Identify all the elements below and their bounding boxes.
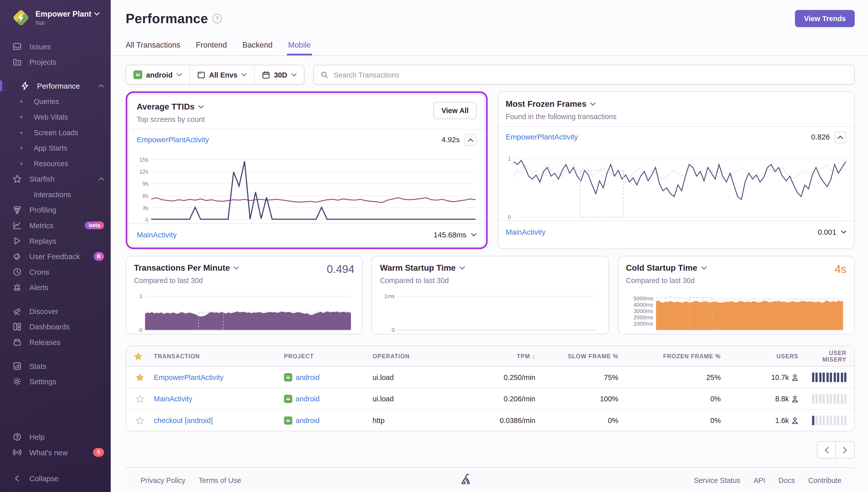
sidebar-item-discover[interactable]: Discover xyxy=(0,303,111,319)
col-project[interactable]: PROJECT xyxy=(279,353,368,359)
sidebar-item-starfish[interactable]: Starfish xyxy=(0,171,111,187)
col-tpm[interactable]: TPM ↓ xyxy=(468,353,540,359)
project-link[interactable]: android xyxy=(296,416,320,424)
transaction-link[interactable]: EmpowerPlantActivity xyxy=(506,133,578,141)
tab-mobile[interactable]: Mobile xyxy=(288,41,311,55)
page-help-icon[interactable]: ? xyxy=(212,14,222,23)
next-page-button[interactable] xyxy=(836,441,854,459)
docs-link[interactable]: Docs xyxy=(778,476,795,484)
sidebar-item-dashboards[interactable]: Dashboards xyxy=(0,319,111,335)
col-operation[interactable]: OPERATION xyxy=(368,353,468,359)
col-users[interactable]: USERS xyxy=(725,353,803,359)
search-transactions-input[interactable] xyxy=(333,70,847,79)
sidebar-item-releases[interactable]: Releases xyxy=(0,335,111,350)
users-cell: 10.7k xyxy=(725,373,803,381)
bullet-icon: • xyxy=(17,159,26,168)
page-body: android All Envs 30D xyxy=(111,56,868,492)
collapse-series-button[interactable] xyxy=(464,134,476,146)
view-all-button[interactable]: View All xyxy=(434,102,477,119)
sidebar-item-profiling[interactable]: Profiling xyxy=(0,202,111,218)
tpm-title-dropdown[interactable]: Transactions Per Minute xyxy=(134,263,239,272)
sidebar-item-stats[interactable]: Stats xyxy=(0,358,111,374)
most-frozen-frames-chart[interactable]: 10 xyxy=(501,148,849,219)
environment-filter[interactable]: All Envs xyxy=(189,65,254,84)
sidebar-item-projects[interactable]: Projects xyxy=(0,54,111,70)
profiling-icon xyxy=(12,205,21,215)
sidebar-collapse-button[interactable]: Collapse xyxy=(0,469,111,488)
transaction-link[interactable]: EmpowerPlantActivity xyxy=(154,373,223,381)
date-range-filter[interactable]: 30D xyxy=(254,65,304,84)
sidebar-item-screen-loads[interactable]: • Screen Loads xyxy=(0,125,111,140)
star-toggle[interactable] xyxy=(134,373,145,381)
sidebar-item-web-vitals[interactable]: • Web Vitals xyxy=(0,109,111,125)
replays-icon xyxy=(12,236,21,246)
sidebar-item-resources[interactable]: • Resources xyxy=(0,155,111,171)
tpm-chart[interactable]: 10 xyxy=(134,290,354,332)
operation-cell: ui.load xyxy=(368,373,468,381)
sidebar-item-crons[interactable]: Crons xyxy=(0,264,111,280)
sidebar-item-performance[interactable]: Performance xyxy=(0,78,111,94)
main-content: Performance ? View Trends All Transactio… xyxy=(111,0,868,492)
svg-text:9s: 9s xyxy=(143,180,148,187)
api-link[interactable]: API xyxy=(754,476,765,484)
sidebar-item-app-starts[interactable]: • App Starts xyxy=(0,140,111,155)
crons-icon xyxy=(12,267,21,276)
sidebar-item-settings[interactable]: Settings xyxy=(0,374,111,389)
project-link[interactable]: android xyxy=(296,373,320,381)
project-link[interactable]: android xyxy=(296,395,320,403)
sidebar-item-replays[interactable]: Replays xyxy=(0,233,111,249)
sidebar-item-metrics[interactable]: Metrics beta xyxy=(0,218,111,233)
svg-text:15s: 15s xyxy=(139,156,148,163)
transaction-link[interactable]: MainActivity xyxy=(506,228,545,236)
sidebar-item-help[interactable]: Help xyxy=(0,429,111,445)
tpm-cell: 0.250/min xyxy=(468,373,540,381)
sidebar-item-issues[interactable]: Issues xyxy=(0,39,111,54)
transaction-link[interactable]: EmpowerPlantActivity xyxy=(137,136,209,144)
project-filter[interactable]: android xyxy=(126,65,189,84)
cold-startup-title-dropdown[interactable]: Cold Startup Time xyxy=(626,263,707,272)
sidebar-item-alerts[interactable]: Alerts xyxy=(0,279,111,295)
svg-text:0: 0 xyxy=(139,327,142,332)
expand-series-button[interactable] xyxy=(841,230,846,233)
cold-startup-chart[interactable]: 5000ms4000ms3000ms2000ms1000ms xyxy=(626,290,846,332)
col-user-misery[interactable]: USER MISERY xyxy=(803,349,854,363)
chevron-up-icon xyxy=(98,177,104,180)
service-status-link[interactable]: Service Status xyxy=(694,476,740,484)
dashboards-icon xyxy=(12,322,21,331)
star-toggle[interactable] xyxy=(134,395,145,403)
tab-backend[interactable]: Backend xyxy=(242,41,273,55)
warm-startup-chart[interactable]: 1ms0 xyxy=(380,290,601,332)
warm-startup-title-dropdown[interactable]: Warm Startup Time xyxy=(380,263,465,272)
chevron-down-icon xyxy=(590,102,596,105)
tpm-cell: 0.0386/min xyxy=(468,416,540,424)
user-misery-score-bar xyxy=(807,415,846,425)
star-toggle[interactable] xyxy=(134,416,145,424)
tab-all-transactions[interactable]: All Transactions xyxy=(126,41,180,55)
privacy-policy-link[interactable]: Privacy Policy xyxy=(141,476,185,484)
col-slow-frame[interactable]: SLOW FRAME % xyxy=(540,353,623,359)
org-switcher[interactable]: Empower Plant Nar xyxy=(0,0,111,33)
average-ttids-title-dropdown[interactable]: Average TTIDs xyxy=(137,102,205,111)
expand-series-button[interactable] xyxy=(471,233,476,237)
transaction-link[interactable]: MainActivity xyxy=(154,395,192,403)
previous-page-button[interactable] xyxy=(817,441,836,459)
tab-frontend[interactable]: Frontend xyxy=(196,41,227,55)
sidebar-item-whats-new[interactable]: What's new 5 xyxy=(0,445,111,460)
view-trends-button[interactable]: View Trends xyxy=(795,10,855,27)
collapse-series-button[interactable] xyxy=(834,131,846,143)
sidebar-item-user-feedback[interactable]: User Feedback B xyxy=(0,248,111,264)
col-transaction[interactable]: TRANSACTION xyxy=(150,353,280,359)
android-project-icon xyxy=(133,70,142,79)
transaction-link[interactable]: checkout [android] xyxy=(154,416,213,424)
chevron-down-icon xyxy=(459,266,465,269)
most-frozen-frames-title-dropdown[interactable]: Most Frozen Frames xyxy=(506,99,616,108)
average-ttids-chart[interactable]: 15s12s9s6s3s0 xyxy=(132,151,479,222)
star-column-header[interactable] xyxy=(126,352,149,360)
sidebar-item-queries[interactable]: • Queries xyxy=(0,94,111,109)
sidebar-item-interactions[interactable]: • Interactions xyxy=(0,187,111,202)
terms-of-use-link[interactable]: Terms of Use xyxy=(199,476,241,484)
contribute-link[interactable]: Contribute xyxy=(808,476,842,484)
transaction-link[interactable]: MainActivity xyxy=(137,231,176,239)
col-frozen-frame[interactable]: FROZEN FRAME % xyxy=(623,353,725,359)
panel-subtitle: Compared to last 30d xyxy=(134,276,239,285)
